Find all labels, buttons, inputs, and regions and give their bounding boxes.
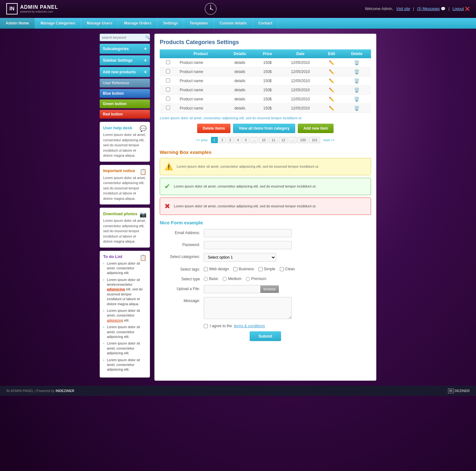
row-checkbox[interactable] [166,97,170,101]
radio-basic[interactable] [204,277,208,281]
delete-icon[interactable]: 🗑️ [354,106,359,111]
select-categories-wrap: Select option 1 [204,253,371,262]
subcategories-label: Subcategories [103,47,129,51]
messages-link[interactable]: (3) Messages [417,7,440,11]
col-checkbox [160,49,176,58]
browse-button[interactable]: browse [260,285,279,293]
sidebar-btn-red[interactable]: Red button [100,110,150,119]
delete-icon[interactable]: 🗑️ [354,87,359,93]
select-categories-dropdown[interactable]: Select option 1 [204,253,276,262]
plus-icon: + [144,58,147,63]
nav-admin-home[interactable]: Admin Home [0,18,35,29]
file-input[interactable] [204,285,260,293]
search-box: 🔍 [100,34,150,41]
edit-icon[interactable]: ✏️ [329,78,334,83]
search-input[interactable] [102,36,145,39]
sidebar-btn-green[interactable]: Green button [100,99,150,108]
edit-icon[interactable]: ✏️ [329,106,334,111]
radio-medium[interactable] [223,277,227,281]
password-input[interactable] [204,241,292,249]
tag-business[interactable]: Business [233,267,254,271]
page-link-5[interactable]: 5 [242,137,249,143]
product-price: 150$ [255,58,280,67]
product-date: 12/05/2010 [280,104,321,113]
page-link-4[interactable]: 4 [235,137,241,143]
edit-icon[interactable]: ✏️ [329,97,334,102]
upload-row: Upload a File: browse [160,285,371,293]
warning-box-yellow: ⚠️ Lorem ipsum dolor sit amet, consectet… [160,158,371,175]
sidebar-btn-sidebar-settings[interactable]: Sidebar Settings + [100,55,150,65]
row-checkbox[interactable] [166,106,170,110]
nav-manage-orders[interactable]: Manage Orders [118,18,157,29]
delete-icon[interactable]: 🗑️ [354,69,359,74]
checkbox-web-design[interactable] [204,267,208,271]
checkbox-simple[interactable] [258,267,263,271]
nav-custom-details[interactable]: Custom details [214,18,253,29]
todo-link[interactable]: adipisicing [107,287,125,291]
warning-box-green: ✔ Lorem ipsum dolor sit amet, consectetu… [160,178,371,195]
product-details: details [225,67,255,76]
type-basic[interactable]: Basic [204,277,218,281]
add-new-button[interactable]: Add new item [298,124,334,133]
edit-icon[interactable]: ✏️ [329,69,334,74]
edit-icon[interactable]: ✏️ [329,87,334,93]
nav-contact[interactable]: Contact [253,18,279,29]
message-textarea[interactable] [204,297,292,319]
check-icon: ✔ [164,181,170,192]
type-medium[interactable]: Medium [223,277,241,281]
sidebar-btn-blue[interactable]: Blue button [100,89,150,98]
page-link-11[interactable]: 11 [269,137,278,143]
search-button[interactable]: 🔍 [145,35,150,40]
type-premium[interactable]: Premium [246,277,266,281]
row-checkbox[interactable] [166,69,170,73]
page-link-10[interactable]: 10 [259,137,268,143]
nav-templates[interactable]: Templates [184,18,214,29]
main-container: 🔍 Subcategories + Sidebar Settings + Add… [97,34,379,381]
todo-link[interactable]: adipisicing [107,318,123,322]
email-input[interactable] [204,229,292,237]
sidebar-btn-subcategories[interactable]: Subcategories + [100,44,150,54]
product-details: details [225,76,255,86]
next-link[interactable]: next >> [321,137,337,143]
row-checkbox[interactable] [166,78,170,82]
checkbox-business[interactable] [233,267,237,271]
page-link-101[interactable]: 101 [309,137,320,143]
radio-premium[interactable] [246,277,250,281]
tag-clean[interactable]: Clean [280,267,295,271]
row-checkbox[interactable] [166,87,170,92]
footer-left: IN ADMIN PANEL | Powered by INDEZINER [6,389,74,393]
visit-site-link[interactable]: Visit site [396,7,410,11]
tag-web-design[interactable]: Web design [204,267,229,271]
warning-text-yellow: Lorem ipsum dolor sit amet, consectetur … [177,164,319,169]
delete-icon[interactable]: 🗑️ [354,60,359,65]
view-all-button[interactable]: View all items from category [233,124,295,133]
delete-items-button[interactable]: Delete items [197,124,231,133]
password-row: Password: [160,241,371,249]
prev-link[interactable]: << prev [194,137,210,143]
logout-link[interactable]: Logout [452,7,464,11]
tag-simple[interactable]: Simple [258,267,275,271]
select-tags-row: Select tags: Web design Business Simple … [160,266,371,272]
nav-manage-users[interactable]: Manage Users [81,18,118,29]
delete-icon[interactable]: 🗑️ [354,78,359,83]
nav-settings[interactable]: Settings [158,18,184,29]
form-title: Nice Form example [160,220,371,225]
page-link-12[interactable]: 12 [279,137,288,143]
checkbox-clean[interactable] [280,267,284,271]
edit-icon[interactable]: ✏️ [329,60,334,65]
product-price: 150$ [255,67,280,76]
page-link-3[interactable]: 3 [227,137,234,143]
sidebar-settings-label: Sidebar Settings [103,58,133,63]
submit-button[interactable]: Submit [250,331,281,341]
sidebar-btn-add-products[interactable]: Add new products + [100,67,150,77]
page-link-100[interactable]: 100 [297,137,308,143]
nav-manage-categories[interactable]: Manage Categories [35,18,81,29]
agree-checkbox[interactable] [204,324,208,328]
row-checkbox[interactable] [166,60,170,64]
sidebar-btn-user-reference[interactable]: User Reference [100,79,150,87]
page-link-1[interactable]: 1 [211,137,218,143]
page-link-2[interactable]: 2 [219,137,226,143]
terms-link[interactable]: terms & conditions [234,324,265,328]
welcome-text: Welcome Admin, [365,7,393,11]
delete-icon[interactable]: 🗑️ [354,97,359,102]
